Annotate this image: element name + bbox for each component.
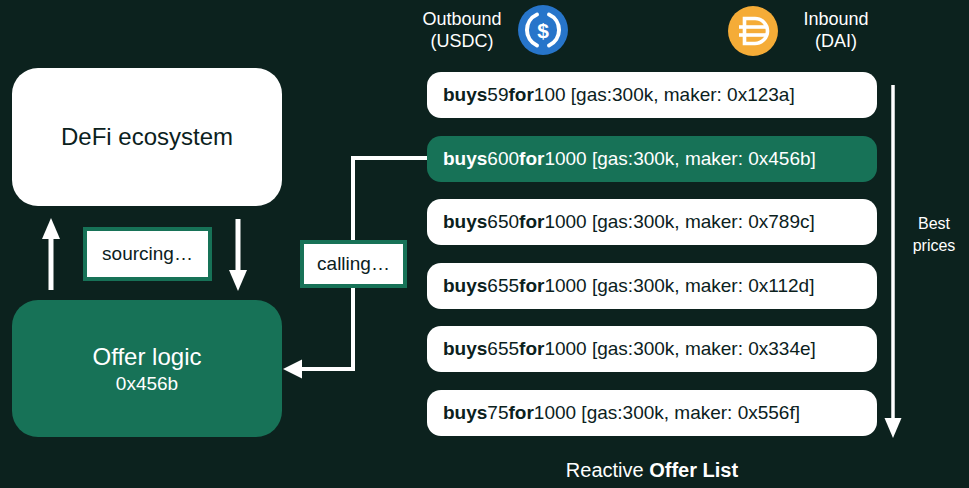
sourcing-up-arrow (42, 218, 60, 290)
offer-row: buys 59 for 100 [gas:300k, maker: 0x123a… (427, 72, 877, 118)
offer-row: buys 655 for 1000 [gas:300k, maker: 0x33… (427, 326, 877, 372)
dai-coin-glyph (728, 6, 778, 56)
sourcing-label-text: sourcing… (102, 243, 193, 265)
dai-coin-icon (728, 6, 778, 56)
offer-row: buys 650 for 1000 [gas:300k, maker: 0x78… (427, 199, 877, 245)
offer-logic-address: 0x456b (116, 373, 178, 395)
defi-ecosystem-label: DeFi ecosystem (61, 123, 233, 151)
usdc-coin-icon: $ (518, 5, 568, 55)
footer-caption: Reactive Offer List (427, 459, 877, 482)
outbound-label: Outbound (USDC) (406, 9, 518, 53)
offer-row: buys 75 for 1000 [gas:300k, maker: 0x556… (427, 390, 877, 436)
calling-label-text: calling… (317, 253, 390, 275)
diagram-canvas: Outbound (USDC) $ Inbound (DAI) DeFi eco… (0, 0, 969, 488)
offer-row-highlighted: buys 600 for 1000 [gas:300k, maker: 0x45… (427, 136, 877, 182)
outbound-label-line1: Outbound (406, 9, 518, 31)
best-prices-label: Best prices (901, 213, 967, 258)
outbound-label-line2: (USDC) (406, 31, 518, 53)
usdc-coin-glyph: $ (518, 5, 568, 55)
inbound-label-line2: (DAI) (782, 31, 890, 53)
svg-text:$: $ (537, 19, 549, 42)
best-prices-line1: Best (901, 213, 967, 235)
offer-list: buys 59 for 100 [gas:300k, maker: 0x123a… (427, 72, 877, 436)
best-prices-line2: prices (901, 235, 967, 257)
footer-prefix: Reactive (566, 459, 649, 481)
sourcing-down-arrow (229, 219, 247, 291)
footer-bold: Offer List (649, 459, 738, 481)
offer-row: buys 655 for 1000 [gas:300k, maker: 0x11… (427, 263, 877, 309)
offer-logic-box: Offer logic 0x456b (12, 300, 282, 437)
inbound-label-line1: Inbound (782, 9, 890, 31)
best-prices-arrow (885, 85, 902, 438)
offer-logic-title: Offer logic (93, 343, 202, 371)
defi-ecosystem-box: DeFi ecosystem (12, 68, 282, 206)
inbound-label: Inbound (DAI) (782, 9, 890, 53)
sourcing-label: sourcing… (83, 227, 212, 281)
calling-label: calling… (300, 240, 407, 288)
